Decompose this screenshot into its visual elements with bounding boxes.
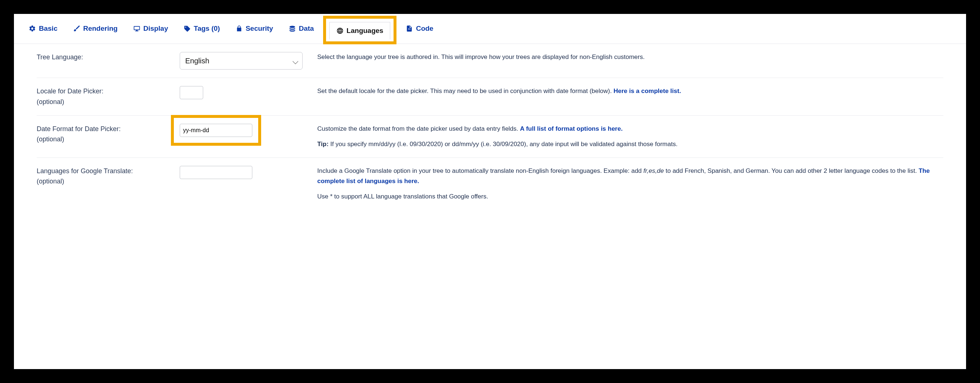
- help-extra: Use * to support ALL language translatio…: [317, 192, 943, 202]
- languages-form: Tree Language: English Select the langua…: [14, 44, 966, 210]
- help-text: Set the default locale for the date pick…: [317, 86, 943, 96]
- help-text: Include a Google Translate option in you…: [317, 166, 943, 187]
- database-icon: [289, 25, 296, 32]
- tab-label: Basic: [39, 25, 57, 33]
- settings-page: Basic Rendering Display Tags (0): [14, 14, 966, 369]
- tab-basic[interactable]: Basic: [29, 25, 57, 33]
- field-label: Languages for Google Translate:: [37, 166, 172, 176]
- field-label: Locale for Date Picker:: [37, 86, 172, 97]
- globe-icon: [336, 27, 344, 35]
- tab-rendering[interactable]: Rendering: [73, 25, 118, 33]
- tag-icon: [183, 25, 191, 32]
- field-label: Date Format for Date Picker:: [37, 124, 172, 135]
- tab-label: Languages: [347, 27, 383, 35]
- brush-icon: [73, 25, 80, 32]
- field-sublabel: (optional): [37, 176, 172, 187]
- gear-icon: [29, 25, 36, 32]
- tab-languages[interactable]: Languages: [329, 22, 390, 40]
- tab-data[interactable]: Data: [289, 25, 314, 33]
- lock-icon: [235, 25, 243, 32]
- tab-label: Security: [246, 25, 273, 33]
- tab-code[interactable]: Code: [406, 25, 434, 33]
- field-sublabel: (optional): [37, 97, 172, 107]
- help-link[interactable]: A full list of format options is here.: [520, 125, 623, 132]
- help-tip: Tip: If you specify mm/dd/yy (I.e. 09/30…: [317, 139, 943, 149]
- help-text: Select the language your tree is authore…: [317, 52, 943, 62]
- row-locale: Locale for Date Picker: (optional) Set t…: [37, 78, 943, 116]
- tab-security[interactable]: Security: [235, 25, 273, 33]
- row-tree-language: Tree Language: English Select the langua…: [37, 44, 943, 78]
- tab-label: Rendering: [83, 25, 118, 33]
- locale-input[interactable]: [180, 86, 203, 99]
- tab-label: Data: [299, 25, 314, 33]
- help-link[interactable]: Here is a complete list.: [614, 87, 681, 95]
- row-date-format: Date Format for Date Picker: (optional) …: [37, 116, 943, 158]
- google-translate-input[interactable]: [180, 166, 252, 179]
- help-text: Customize the date format from the date …: [317, 124, 943, 134]
- code-file-icon: [406, 25, 413, 32]
- callout-highlight: [171, 115, 261, 146]
- tab-label: Display: [143, 25, 169, 33]
- monitor-icon: [133, 25, 140, 32]
- tab-label: Tags (0): [194, 25, 220, 33]
- tab-label: Code: [416, 25, 434, 33]
- date-format-input[interactable]: [180, 124, 252, 137]
- tabs-bar: Basic Rendering Display Tags (0): [14, 14, 966, 44]
- tree-language-select[interactable]: English: [180, 52, 302, 70]
- row-google-translate: Languages for Google Translate: (optiona…: [37, 158, 943, 210]
- tab-tags[interactable]: Tags (0): [183, 25, 220, 33]
- field-label: Tree Language:: [37, 52, 172, 70]
- field-sublabel: (optional): [37, 134, 172, 145]
- tab-display[interactable]: Display: [133, 25, 169, 33]
